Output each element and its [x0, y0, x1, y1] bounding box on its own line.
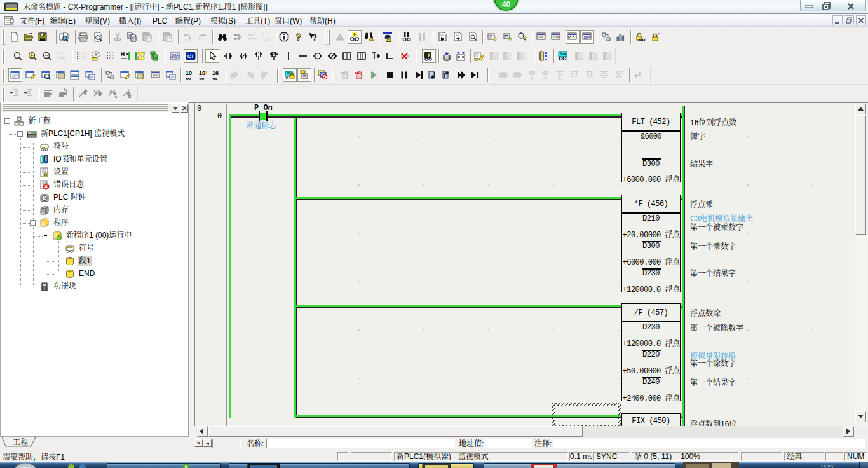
svg-text:SMA: SMA: [171, 53, 179, 57]
svg-text:16: 16: [212, 70, 219, 76]
svg-text:B: B: [266, 37, 269, 41]
svg-text:10: 10: [199, 70, 205, 76]
svg-text:w: w: [93, 52, 98, 57]
svg-text:?: ?: [313, 33, 317, 42]
svg-text:CT: CT: [187, 53, 194, 59]
svg-text:?: ?: [296, 32, 302, 42]
svg-text:10: 10: [186, 70, 192, 76]
svg-text:40: 40: [502, 0, 511, 9]
svg-text:A: A: [262, 32, 265, 37]
